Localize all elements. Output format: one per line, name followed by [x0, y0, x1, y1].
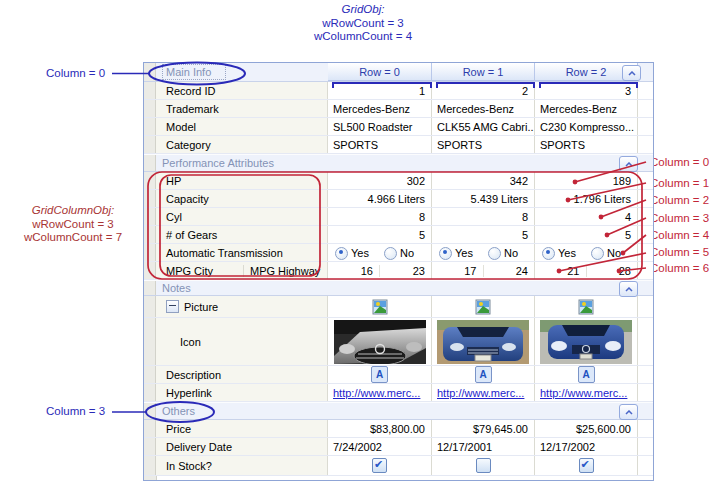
grid-cell[interactable] [328, 318, 432, 365]
right-callout-3: Column = 3 [650, 212, 709, 226]
grid-cell[interactable]: 1 [328, 82, 432, 99]
grid-cell: Yes No [535, 244, 638, 261]
table-row: HP 302 342 189 [144, 172, 653, 190]
mpg-city-value[interactable]: 21 [535, 265, 587, 277]
grid-cell[interactable]: Mercedes-Benz [432, 100, 535, 117]
grid-cell[interactable]: 5 [328, 226, 432, 243]
gridobj-title: GridObj: [252, 3, 474, 17]
hyperlink[interactable]: http://www.merc... [437, 387, 524, 399]
column0-callout: Column = 0 [46, 67, 105, 81]
chevron-up-icon [625, 162, 633, 167]
in-stock-checkbox[interactable] [476, 458, 491, 473]
grid-cell[interactable] [535, 296, 638, 317]
grid-cell[interactable]: A [535, 366, 638, 383]
mpg-highway-value[interactable]: 24 [484, 265, 535, 277]
grid-cell[interactable]: 12/17/2002 [535, 438, 638, 455]
row-header-1[interactable]: Row = 1 [432, 63, 535, 81]
table-row: Model SL500 Roadster CLK55 AMG Cabri... … [144, 118, 653, 136]
radio-yes[interactable] [335, 247, 348, 260]
grid-cell[interactable]: 7/24/2002 [328, 438, 432, 455]
row-label: In Stock? [156, 456, 328, 475]
gridobj-columncount: wColumnCount = 4 [252, 30, 474, 44]
grid-cell[interactable]: 5.439 Liters [432, 190, 535, 207]
mpg-highway-value[interactable]: 28 [587, 265, 638, 277]
chevron-up-icon [625, 410, 633, 415]
grid-cell[interactable]: $83,800.00 [328, 420, 432, 437]
grid-cell[interactable]: $79,645.00 [432, 420, 535, 437]
grid-cell[interactable]: 4 [535, 208, 638, 225]
mpg-city-value[interactable]: 16 [328, 265, 380, 277]
collapse-notes-button[interactable] [619, 281, 638, 297]
group-row-others[interactable]: Others [144, 402, 653, 420]
grid-cell[interactable]: $25,600.00 [535, 420, 638, 437]
group-row-notes[interactable]: Notes [144, 280, 653, 296]
table-row: Picture [144, 296, 653, 318]
grid-cell[interactable]: 1.796 Liters [535, 190, 638, 207]
car-photo [334, 320, 426, 364]
table-row: Price $83,800.00 $79,645.00 $25,600.00 [144, 420, 653, 438]
mpg-highway-value[interactable]: 23 [380, 265, 431, 277]
in-stock-checkbox[interactable] [372, 458, 387, 473]
grid-cell[interactable]: CLK55 AMG Cabri... [432, 118, 535, 135]
collapse-performance-button[interactable] [619, 156, 638, 172]
grid-cell[interactable]: C230 Kompresso... [535, 118, 638, 135]
radio-no[interactable] [384, 247, 397, 260]
in-stock-checkbox[interactable] [579, 458, 594, 473]
radio-yes[interactable] [439, 247, 452, 260]
grid-cell[interactable]: 2 [432, 82, 535, 99]
grid-cell[interactable]: 8 [432, 208, 535, 225]
collapse-minus-icon[interactable] [166, 300, 179, 313]
radio-no[interactable] [488, 247, 501, 260]
group-row-performance[interactable]: Performance Attributes [144, 154, 653, 172]
gridcolumnobj-rowcount: wRowCount = 3 [0, 218, 146, 232]
row-label: Model [156, 118, 328, 135]
row-label: Picture [184, 301, 218, 313]
page: GridObj: wRowCount = 3 wColumnCount = 4 … [0, 0, 715, 491]
grid-cell[interactable]: SPORTS [535, 136, 638, 153]
grid-cell[interactable]: 5 [535, 226, 638, 243]
grid-cell[interactable]: A [432, 366, 535, 383]
grid-cell[interactable]: 4.966 Liters [328, 190, 432, 207]
row-header-0[interactable]: Row = 0 [328, 63, 432, 81]
hyperlink[interactable]: http://www.merc... [333, 387, 420, 399]
grid-cell[interactable]: 302 [328, 172, 432, 189]
grid-cell[interactable]: 12/17/2001 [432, 438, 535, 455]
collapse-main-info-button[interactable] [622, 65, 641, 81]
grid-cell[interactable]: 8 [328, 208, 432, 225]
grid-cell: Yes No [328, 244, 432, 261]
grid-cell[interactable]: A [328, 366, 432, 383]
grid-cell: http://www.merc... [432, 384, 535, 401]
hyperlink[interactable]: http://www.merc... [540, 387, 627, 399]
radio-yes-label: Yes [351, 247, 369, 259]
grid-control: Main Info Row = 0 Row = 1 Row = 2 Record… [143, 62, 654, 481]
row-label: Record ID [156, 82, 328, 99]
radio-yes[interactable] [542, 247, 555, 260]
car-photo [437, 320, 529, 364]
grid-cell[interactable]: Mercedes-Benz [535, 100, 638, 117]
grid-cell[interactable] [432, 296, 535, 317]
indent-strip [144, 456, 156, 475]
group-header-performance: Performance Attributes [162, 157, 274, 169]
grid-cell: 16 23 [328, 262, 432, 279]
grid-cell[interactable]: 3 [535, 82, 638, 99]
grid-cell[interactable] [535, 318, 638, 365]
indent-strip [144, 155, 156, 171]
grid-cell[interactable]: SPORTS [328, 136, 432, 153]
grid-cell[interactable]: 189 [535, 172, 638, 189]
grid-cell[interactable]: SL500 Roadster [328, 118, 432, 135]
group-header-main-info[interactable]: Main Info [162, 64, 226, 80]
radio-no[interactable] [591, 247, 604, 260]
row-label: Trademark [156, 100, 328, 117]
grid-cell[interactable] [328, 296, 432, 317]
indent-strip [144, 118, 156, 135]
radio-no-label: No [400, 247, 414, 259]
mpg-city-value[interactable]: 17 [432, 265, 484, 277]
grid-cell[interactable]: Mercedes-Benz [328, 100, 432, 117]
grid-cell[interactable]: 5 [432, 226, 535, 243]
grid-cell[interactable]: SPORTS [432, 136, 535, 153]
grid-cell[interactable] [432, 318, 535, 365]
car-photo [540, 320, 632, 364]
table-row: Icon [144, 318, 653, 366]
grid-cell[interactable]: 342 [432, 172, 535, 189]
collapse-others-button[interactable] [619, 404, 638, 420]
